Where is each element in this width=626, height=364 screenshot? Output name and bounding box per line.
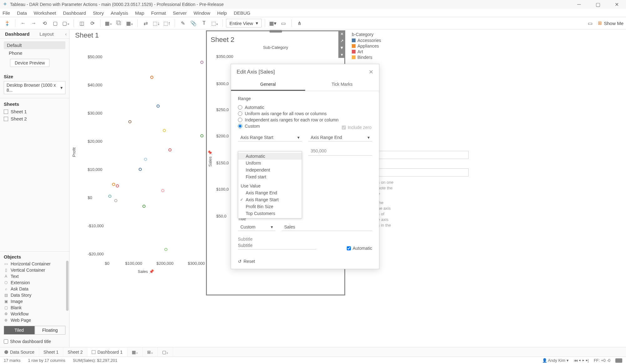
- group-button[interactable]: 📎: [189, 18, 198, 28]
- new-worksheet-tab[interactable]: ▦₊: [127, 347, 143, 356]
- highlight-button[interactable]: ✎: [178, 18, 187, 28]
- new-story-tab[interactable]: ▢₊: [158, 347, 173, 356]
- data-point[interactable]: [108, 195, 111, 198]
- tab-layout[interactable]: Layout: [34, 29, 59, 38]
- data-point[interactable]: [161, 189, 164, 192]
- swap-button[interactable]: ⇄: [141, 18, 150, 28]
- phone-device[interactable]: Phone: [4, 49, 65, 57]
- size-dropdown[interactable]: Desktop Browser (1000 x 8...▾: [4, 81, 65, 94]
- view-mode-select[interactable]: Entire View▾: [226, 19, 262, 28]
- share-button[interactable]: ⋔: [295, 18, 304, 28]
- menu-dashboard[interactable]: Dashboard: [63, 10, 86, 16]
- axis-range-start-dropdown[interactable]: Axis Range Start▾: [238, 134, 302, 141]
- range-uniform[interactable]: Uniform axis range for all rows or colum…: [238, 110, 372, 117]
- scrollbar[interactable]: [66, 261, 69, 311]
- dialog-close-button[interactable]: ✕: [369, 69, 373, 75]
- data-point[interactable]: [164, 248, 167, 251]
- data-point[interactable]: [200, 61, 203, 64]
- axis-range-end-value[interactable]: 350,000: [308, 146, 372, 156]
- data-point[interactable]: [142, 205, 146, 208]
- save-as-button[interactable]: ▢₊: [61, 18, 70, 28]
- data-source-tab[interactable]: Data Source: [0, 347, 39, 356]
- obj-data-story[interactable]: ▤Data Story: [0, 292, 69, 298]
- menu-file[interactable]: File: [3, 10, 10, 16]
- data-point[interactable]: [139, 168, 142, 171]
- obj-workflow[interactable]: ⚙Workflow: [0, 311, 69, 317]
- axis-range-end-dropdown[interactable]: Axis Range End▾: [308, 134, 372, 141]
- legend-item[interactable]: Appliances: [352, 43, 381, 49]
- tiled-button[interactable]: Tiled: [4, 326, 35, 335]
- close-button[interactable]: ✕: [607, 0, 626, 9]
- obj-extension[interactable]: ⬡Extension: [0, 279, 69, 286]
- show-dashboard-title-checkbox[interactable]: Show dashboard title: [0, 337, 69, 347]
- obj-text[interactable]: AText: [0, 273, 69, 279]
- obj-horizontal-container[interactable]: ▭Horizontal Container: [0, 261, 69, 267]
- legend-item[interactable]: Accessories: [352, 38, 381, 43]
- collapse-panel-button[interactable]: ‹: [65, 32, 69, 37]
- title-value-input[interactable]: Sales: [282, 223, 372, 231]
- nav-buttons[interactable]: ⏮ ◀ ▶ ▶|: [574, 358, 589, 363]
- refresh-button[interactable]: ⟳: [88, 18, 97, 28]
- filter-button[interactable]: ▼: [338, 44, 345, 51]
- menu-server[interactable]: Server: [173, 10, 187, 16]
- range-automatic[interactable]: Automatic: [238, 104, 372, 110]
- resize-handle[interactable]: [269, 30, 282, 33]
- floating-button[interactable]: Floating: [35, 326, 66, 335]
- obj-ask-data[interactable]: ⌕Ask Data: [0, 286, 69, 292]
- menu-debug[interactable]: DEBUG: [234, 10, 250, 16]
- obj-web-page[interactable]: ⊕Web Page: [0, 317, 69, 323]
- data-point[interactable]: [116, 184, 119, 187]
- data-point[interactable]: [156, 105, 160, 108]
- sheet-item-1[interactable]: Sheet 1: [0, 108, 69, 115]
- new-worksheet-button[interactable]: ▦₊: [104, 18, 113, 28]
- range-independent[interactable]: Independent axis ranges for each row or …: [238, 117, 372, 123]
- sheet1-tab[interactable]: Sheet 1: [39, 347, 63, 356]
- label-button[interactable]: T: [199, 18, 209, 28]
- dd-axis-range-start[interactable]: ✓Axis Range Start: [238, 196, 302, 203]
- dashboard1-tab[interactable]: Dashboard 1: [87, 347, 127, 356]
- new-data-button[interactable]: ◫: [77, 18, 86, 28]
- presentation-button[interactable]: ▭: [279, 18, 288, 28]
- minimize-button[interactable]: ─: [570, 0, 588, 9]
- dd-top-customers[interactable]: Top Customers: [238, 210, 302, 217]
- obj-blank[interactable]: ▢Blank: [0, 305, 69, 311]
- undo-button[interactable]: ⟲: [40, 18, 49, 28]
- sheet-item-2[interactable]: Sheet 2: [0, 115, 69, 122]
- menu-map[interactable]: Map: [135, 10, 144, 16]
- menu-analysis[interactable]: Analysis: [111, 10, 128, 16]
- new-dashboard-tab[interactable]: ⊞₊: [143, 347, 158, 356]
- obj-image[interactable]: ▣Image: [0, 298, 69, 305]
- dd-independent[interactable]: Independent: [238, 167, 302, 173]
- data-point[interactable]: [168, 148, 172, 151]
- dd-uniform[interactable]: Uniform: [238, 160, 302, 167]
- title-mode-dropdown[interactable]: Custom▾: [238, 223, 275, 231]
- guide-button[interactable]: ▭: [585, 18, 595, 28]
- tab-general[interactable]: General: [231, 79, 305, 91]
- user-name[interactable]: 👤 Andy Kim ▾: [542, 358, 569, 363]
- data-point[interactable]: [200, 134, 203, 137]
- menu-format[interactable]: Format: [151, 10, 166, 16]
- menu-help[interactable]: Help: [217, 10, 227, 16]
- show-me-button[interactable]: ⊞Show Me: [598, 20, 623, 26]
- legend-item[interactable]: Art: [352, 49, 381, 54]
- dd-automatic[interactable]: Automatic: [238, 153, 302, 160]
- goto-sheet-button[interactable]: ↗: [338, 37, 345, 44]
- remove-button[interactable]: ✕: [338, 30, 345, 37]
- status-pill[interactable]: [615, 358, 622, 363]
- forward-button[interactable]: →: [29, 18, 38, 28]
- sheet2-tab[interactable]: Sheet 2: [63, 347, 87, 356]
- menu-data[interactable]: Data: [17, 10, 27, 16]
- dd-fixed-start[interactable]: Fixed start: [238, 173, 302, 180]
- subtitle-input[interactable]: [238, 242, 316, 249]
- data-point[interactable]: [163, 129, 166, 132]
- clear-button[interactable]: ▦ₓ: [125, 18, 134, 28]
- maximize-button[interactable]: ▢: [588, 0, 607, 9]
- help-input[interactable]: [378, 168, 469, 177]
- default-device[interactable]: Default: [4, 41, 65, 49]
- subtitle-automatic-checkbox[interactable]: Automatic: [347, 246, 372, 251]
- show-hide-button[interactable]: ▦▾: [268, 18, 278, 28]
- data-point[interactable]: [128, 120, 131, 123]
- obj-vertical-container[interactable]: ▯Vertical Container: [0, 267, 69, 273]
- reset-button[interactable]: ↺Reset: [238, 259, 372, 264]
- data-point[interactable]: [112, 183, 115, 186]
